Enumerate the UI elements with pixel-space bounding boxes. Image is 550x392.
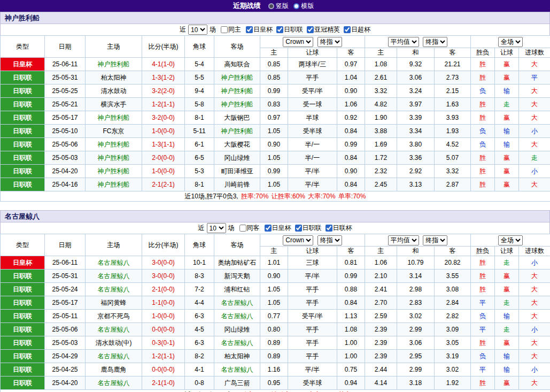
home-team-link[interactable]: 清水鼓动	[86, 84, 142, 98]
competition-filter-日职联[interactable]: 日职联	[276, 25, 303, 34]
match-score[interactable]: 4-1(1-0)	[142, 58, 185, 71]
euro-bookmaker-select[interactable]: 平均值	[388, 37, 419, 47]
away-team-link[interactable]: 高知联合	[214, 58, 260, 71]
competition-checkbox[interactable]	[265, 225, 272, 232]
home-team-link[interactable]: 名古屋鲸八	[86, 270, 142, 283]
view-option-horizontal[interactable]: 横版	[293, 2, 314, 11]
home-team-link[interactable]: 名古屋鲸八	[86, 323, 142, 336]
match-score[interactable]: 1-3(1-2)	[142, 71, 185, 84]
match-score[interactable]: 1-0(0-0)	[142, 165, 185, 178]
competition-checkbox[interactable]	[246, 26, 253, 33]
scope-select[interactable]: 全场	[498, 37, 523, 47]
away-team-link[interactable]: 广岛三箭	[214, 376, 260, 390]
match-score[interactable]: 3-2(0-0)	[142, 111, 185, 125]
away-team-link[interactable]: 冈山绿雉	[214, 151, 260, 165]
match-count-select[interactable]: 10	[207, 223, 226, 233]
match-score[interactable]: 0-0(0-0)	[142, 363, 185, 376]
same-venue-filter[interactable]: 同主	[221, 25, 241, 34]
match-score[interactable]: 2-0(0-0)	[142, 151, 185, 165]
match-score[interactable]: 1-1(0-0)	[142, 296, 185, 310]
away-team-link[interactable]: 大阪樱花	[214, 138, 260, 151]
away-team-link[interactable]: 大阪钢巴	[214, 111, 260, 125]
radio-vertical-icon[interactable]	[268, 3, 274, 9]
home-team-link[interactable]: 京都不死鸟	[86, 310, 142, 323]
home-team-link[interactable]: 横滨水手	[86, 98, 142, 111]
away-team-link[interactable]: 神户胜利船	[214, 125, 260, 138]
home-team-link[interactable]: 神户胜利船	[86, 111, 142, 125]
competition-filter-日皇杯[interactable]: 日皇杯	[265, 224, 291, 233]
match-score[interactable]: 3-0(0-0)	[142, 256, 185, 270]
home-team-link[interactable]: 清水鼓动(中)	[86, 336, 142, 350]
result-winlose: 胜	[471, 165, 495, 178]
home-team-link[interactable]: 名古屋鲸八	[86, 283, 142, 296]
home-team-link[interactable]: 名古屋鲸八	[86, 376, 142, 390]
home-team-link[interactable]: 神户胜利船	[86, 151, 142, 165]
home-team-link[interactable]: 名古屋鲸八	[86, 350, 142, 363]
away-team-link[interactable]: 神户胜利船	[214, 84, 260, 98]
ah-away-odds: 0.75	[337, 363, 365, 376]
view-option-vertical[interactable]: 竖版	[268, 2, 289, 11]
competition-checkbox[interactable]	[276, 26, 283, 33]
away-team-link[interactable]: 浦和红钻	[214, 283, 260, 296]
match-score[interactable]: 1-3(1-1)	[142, 138, 185, 151]
asian-bookmaker-select[interactable]: Crown	[283, 37, 313, 47]
away-team-link[interactable]: 柏太阳神	[214, 350, 260, 363]
competition-filter-日联杯[interactable]: 日联杯	[326, 224, 352, 233]
scope-select[interactable]: 全场	[498, 235, 523, 245]
asian-stage-select[interactable]: 终指	[317, 37, 342, 47]
competition-checkbox[interactable]	[326, 225, 332, 232]
home-team-link[interactable]: 柏太阳神	[86, 71, 142, 84]
home-team-link[interactable]: 鹿岛鹿角	[86, 363, 142, 376]
home-team-link[interactable]: 神户胜利船	[86, 178, 142, 191]
same-venue-checkbox[interactable]	[239, 225, 246, 232]
euro-odds-group-header: 平均值 终指	[365, 234, 471, 247]
away-team-link[interactable]: 神户胜利船	[214, 71, 260, 84]
competition-filter-亚冠精英[interactable]: 亚冠精英	[307, 25, 340, 34]
radio-horizontal-icon[interactable]	[293, 3, 299, 9]
competition-checkbox[interactable]	[307, 26, 314, 33]
asian-stage-select[interactable]: 终指	[317, 235, 342, 245]
same-venue-filter[interactable]: 同客	[239, 224, 260, 233]
match-score[interactable]: 1-0(0-0)	[142, 310, 185, 323]
match-score[interactable]: 2-1(0-0)	[142, 283, 185, 296]
summary-rate: 大率:70%	[308, 193, 337, 200]
away-team-link[interactable]: 名古屋鲸八	[214, 363, 260, 376]
home-team-link[interactable]: 神户胜利船	[86, 138, 142, 151]
euro-bookmaker-select[interactable]: 平均值	[388, 235, 419, 245]
home-team-link[interactable]: FC东京	[86, 125, 142, 138]
away-team-link[interactable]: 名古屋鲸八	[214, 336, 260, 350]
match-score[interactable]: 1-2(1-1)	[142, 98, 185, 111]
home-team-link[interactable]: 神户胜利船	[86, 58, 142, 71]
home-team-link[interactable]: 神户胜利船	[86, 165, 142, 178]
competition-checkbox[interactable]	[344, 26, 351, 33]
ah-line: 三球	[288, 256, 337, 270]
match-score[interactable]: 3-2(2-0)	[142, 84, 185, 98]
competition-filter-日职联[interactable]: 日职联	[295, 224, 322, 233]
away-team-link[interactable]: 新泻天鹅	[214, 270, 260, 283]
away-team-link[interactable]: 名古屋鲸八	[214, 296, 260, 310]
same-venue-checkbox[interactable]	[221, 26, 228, 33]
competition-filter-日皇杯[interactable]: 日皇杯	[246, 25, 273, 34]
match-score[interactable]: 1-2(1-1)	[142, 350, 185, 363]
away-team-link[interactable]: 神户胜利船	[214, 98, 260, 111]
ah-home-odds: 1.05	[260, 178, 288, 191]
match-score[interactable]: 2-1(2-1)	[142, 178, 185, 191]
competition-checkbox[interactable]	[295, 225, 302, 232]
euro-stage-select[interactable]: 终指	[423, 235, 447, 245]
away-team-link[interactable]: 名古屋鲸八	[214, 310, 260, 323]
match-score[interactable]: 0-3(0-1)	[142, 336, 185, 350]
home-team-link[interactable]: 福冈黄蜂	[86, 296, 142, 310]
asian-bookmaker-select[interactable]: Crown	[283, 235, 313, 245]
match-score[interactable]: 2-1(1-0)	[142, 376, 185, 390]
match-count-select[interactable]: 10	[188, 25, 207, 35]
away-team-link[interactable]: 奥纳加钴矿石	[214, 256, 260, 270]
competition-filter-日超杯[interactable]: 日超杯	[344, 25, 370, 34]
match-score[interactable]: 0-0(0-0)	[142, 323, 185, 336]
away-team-link[interactable]: 川崎前锋	[214, 178, 260, 191]
match-score[interactable]: 1-0(0-0)	[142, 125, 185, 138]
away-team-link[interactable]: 町田泽维亚	[214, 165, 260, 178]
home-team-link[interactable]: 名古屋鲸八	[86, 256, 142, 270]
euro-stage-select[interactable]: 终指	[423, 37, 447, 47]
match-score[interactable]: 3-0(0-0)	[142, 270, 185, 283]
away-team-link[interactable]: 冈山绿雉	[214, 323, 260, 336]
